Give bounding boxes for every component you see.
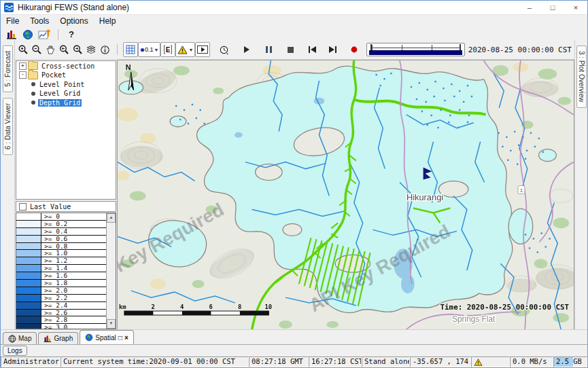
maximize-button[interactable]: □: [541, 1, 564, 14]
legend-swatch: [16, 265, 41, 272]
menu-item[interactable]: Help: [94, 16, 122, 26]
info-button[interactable]: [98, 43, 111, 56]
tab-maximize-icon[interactable]: □: [118, 334, 122, 342]
pause-icon: [266, 46, 272, 53]
record-button[interactable]: [347, 43, 361, 56]
map-display-button[interactable]: [20, 28, 36, 41]
minimize-button[interactable]: –: [518, 1, 541, 14]
tab-plot-overview[interactable]: 3 : Plot Overview: [576, 45, 587, 108]
classbreak-dropdown[interactable]: 0.1 ▼: [138, 42, 160, 57]
legend-row-label: >= 3.0: [41, 324, 107, 329]
map-canvas[interactable]: 1: [118, 60, 574, 329]
legend-swatch: [16, 280, 41, 287]
menu-item[interactable]: File: [1, 16, 24, 26]
zoom-previous-button[interactable]: [57, 43, 71, 56]
step-last-button[interactable]: [326, 43, 339, 56]
tab-forecast[interactable]: 5 : Forecast: [3, 45, 13, 92]
menu-item[interactable]: Options: [54, 16, 93, 26]
close-button[interactable]: ×: [564, 1, 587, 14]
label-toggle-button[interactable]: E: [160, 42, 175, 57]
zoom-in-icon: [18, 44, 29, 55]
thresholds-dropdown[interactable]: ▼: [175, 42, 195, 57]
svg-text:6: 6: [209, 303, 212, 310]
step-first-button[interactable]: [305, 43, 319, 56]
animation-button[interactable]: [195, 42, 210, 57]
tab-map[interactable]: Map: [3, 332, 37, 344]
main-area: 5 : Forecast 6 : Data Viewer: [1, 40, 587, 330]
menu-item[interactable]: Tools: [24, 16, 54, 26]
logs-row: Logs: [1, 345, 587, 356]
map-view[interactable]: 1: [117, 60, 574, 330]
tab-spatial[interactable]: Spatial □ ×: [80, 330, 133, 344]
panels: + Cross-section - Pocket Level Point: [15, 60, 574, 330]
tab-data-viewer[interactable]: 6 : Data Viewer: [3, 98, 13, 155]
bottom-bar: Map Graph Spatial □ × Logs: [1, 329, 587, 356]
tree-item-level-grid[interactable]: Level Grid: [16, 90, 116, 98]
tab-close-icon[interactable]: ×: [124, 334, 128, 342]
clock-icon: [219, 45, 229, 55]
legend-row: >= 3.0: [16, 324, 107, 329]
last-value-checkbox[interactable]: [19, 203, 27, 210]
legend-row-label: >= 0: [41, 213, 107, 220]
tree-item-label-selected[interactable]: Depth Grid: [38, 99, 82, 107]
tree-item-label[interactable]: Level Grid: [38, 90, 82, 97]
expander-icon[interactable]: +: [19, 62, 27, 70]
legend-row-label: >= 0.2: [41, 221, 107, 227]
tree-item-cross-section[interactable]: + Cross-section: [16, 62, 116, 71]
right-tab-strip: 3 : Plot Overview: [574, 40, 587, 330]
map-time-label: Time: 2020-08-25 00:00:00 CST: [440, 303, 570, 312]
pause-button[interactable]: [262, 43, 275, 56]
tree-item-depth-grid[interactable]: Depth Grid: [16, 98, 116, 107]
tab-logs[interactable]: Logs: [3, 346, 27, 356]
pan-button[interactable]: [44, 43, 57, 56]
tab-graph[interactable]: Graph: [38, 332, 78, 344]
expander-icon[interactable]: -: [19, 71, 27, 79]
scroll-up-icon[interactable]: ▲: [107, 213, 116, 223]
scroll-down-icon[interactable]: ▼: [107, 319, 116, 329]
timestep-button[interactable]: [217, 43, 230, 56]
hand-icon: [46, 45, 56, 55]
folder-icon: [28, 71, 38, 79]
app-logo-icon: [4, 3, 14, 12]
legend-scrollbar[interactable]: ▲ ▼: [106, 213, 116, 329]
database-display-button[interactable]: [3, 28, 20, 41]
warning-icon: [474, 358, 483, 366]
legend-row-label: >= 1.4: [41, 265, 107, 272]
play-button[interactable]: [240, 43, 254, 56]
zoom-out-button[interactable]: [30, 43, 44, 56]
svg-text:4: 4: [180, 303, 184, 310]
record-icon: [351, 46, 358, 53]
status-mode: Stand alone: [362, 356, 410, 367]
grid-toggle-button[interactable]: [123, 42, 138, 57]
zoom-in-button[interactable]: [16, 43, 30, 56]
status-local-time: 16:27:18 CST: [309, 356, 362, 367]
zoom-next-button[interactable]: [71, 43, 84, 56]
help-button[interactable]: ?: [64, 29, 79, 39]
tab-graph-label: Graph: [54, 335, 73, 342]
time-slider-range-bar[interactable]: [369, 50, 462, 55]
tree-item-label[interactable]: Pocket: [40, 71, 67, 79]
tree-item-label[interactable]: Cross-section: [40, 62, 96, 70]
status-warning[interactable]: [471, 356, 510, 367]
view-tabs: Map Graph Spatial □ ×: [1, 330, 587, 345]
legend-swatch: [16, 295, 41, 301]
globe-icon: [85, 333, 93, 342]
tree-item-level-point[interactable]: Level Point: [16, 80, 116, 89]
layers-button[interactable]: [84, 43, 98, 56]
chart-arrow-icon: [38, 29, 50, 40]
zoom-previous-icon: [58, 44, 69, 55]
center-panel: 0.1 ▼ E ▼: [15, 40, 574, 330]
legend-swatch: [16, 213, 41, 220]
stop-button[interactable]: [283, 43, 297, 56]
tree-item-pocket[interactable]: - Pocket: [16, 71, 116, 80]
legend-row-label: >= 2.4: [41, 302, 107, 309]
legend-swatch: [16, 324, 41, 329]
time-slider[interactable]: [366, 43, 464, 56]
tree-item-label[interactable]: Level Point: [38, 81, 86, 88]
window-title: Hikurangi FEWS (Stand alone): [18, 3, 518, 12]
toolbar-separator: [58, 29, 58, 40]
longitudinal-display-button[interactable]: [36, 28, 52, 41]
status-coordinates: -35.657 , 174.199: [410, 356, 471, 367]
toolbar-separator: [117, 44, 118, 55]
legend-row-label: >= 2.0: [41, 287, 107, 294]
